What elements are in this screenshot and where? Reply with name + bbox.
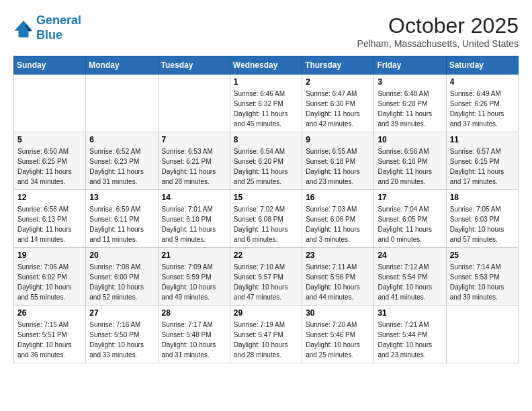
day-info: Sunrise: 7:20 AMSunset: 5:46 PMDaylight:… xyxy=(306,320,370,360)
week-row-5: 26Sunrise: 7:15 AMSunset: 5:51 PMDayligh… xyxy=(14,306,519,363)
day-number: 8 xyxy=(234,135,298,144)
day-info: Sunrise: 7:04 AMSunset: 6:05 PMDaylight:… xyxy=(378,204,442,244)
day-info: Sunrise: 7:11 AMSunset: 5:56 PMDaylight:… xyxy=(306,262,370,302)
day-info: Sunrise: 7:06 AMSunset: 6:02 PMDaylight:… xyxy=(17,262,82,302)
day-number: 25 xyxy=(450,250,515,260)
day-number: 13 xyxy=(89,193,154,202)
day-info: Sunrise: 7:10 AMSunset: 5:57 PMDaylight:… xyxy=(234,262,298,302)
week-row-4: 19Sunrise: 7:06 AMSunset: 6:02 PMDayligh… xyxy=(14,248,519,306)
calendar-cell xyxy=(86,75,158,132)
calendar-cell: 10Sunrise: 6:56 AMSunset: 6:16 PMDayligh… xyxy=(374,132,446,190)
day-info: Sunrise: 6:52 AMSunset: 6:23 PMDaylight:… xyxy=(89,146,154,187)
day-number: 10 xyxy=(378,135,442,144)
calendar-cell: 31Sunrise: 7:21 AMSunset: 5:44 PMDayligh… xyxy=(374,306,446,363)
day-info: Sunrise: 7:15 AMSunset: 5:51 PMDaylight:… xyxy=(17,320,82,360)
day-info: Sunrise: 7:03 AMSunset: 6:06 PMDaylight:… xyxy=(306,204,370,244)
weekday-header-row: SundayMondayTuesdayWednesdayThursdayFrid… xyxy=(14,56,519,75)
logo-text: General Blue xyxy=(36,13,81,42)
calendar-cell: 3Sunrise: 6:48 AMSunset: 6:28 PMDaylight… xyxy=(374,75,446,132)
calendar-header: SundayMondayTuesdayWednesdayThursdayFrid… xyxy=(14,56,519,75)
calendar-cell xyxy=(446,306,518,363)
day-number: 2 xyxy=(306,77,370,87)
week-row-2: 5Sunrise: 6:50 AMSunset: 6:25 PMDaylight… xyxy=(14,132,519,190)
week-row-3: 12Sunrise: 6:58 AMSunset: 6:13 PMDayligh… xyxy=(14,190,519,248)
calendar-cell xyxy=(158,75,230,132)
calendar-table: SundayMondayTuesdayWednesdayThursdayFrid… xyxy=(13,56,519,363)
day-info: Sunrise: 6:47 AMSunset: 6:30 PMDaylight:… xyxy=(306,89,370,129)
day-number: 29 xyxy=(234,308,298,318)
calendar-cell: 28Sunrise: 7:17 AMSunset: 5:48 PMDayligh… xyxy=(158,306,230,363)
day-number: 20 xyxy=(89,250,154,260)
day-number: 18 xyxy=(450,193,515,202)
week-row-1: 1Sunrise: 6:46 AMSunset: 6:32 PMDaylight… xyxy=(14,75,519,132)
calendar-cell xyxy=(14,75,86,132)
day-info: Sunrise: 7:14 AMSunset: 5:53 PMDaylight:… xyxy=(450,262,515,302)
calendar-cell: 21Sunrise: 7:09 AMSunset: 5:59 PMDayligh… xyxy=(158,248,230,306)
day-info: Sunrise: 6:46 AMSunset: 6:32 PMDaylight:… xyxy=(234,89,298,129)
day-info: Sunrise: 6:49 AMSunset: 6:26 PMDaylight:… xyxy=(450,89,515,129)
logo: General Blue xyxy=(13,13,81,42)
day-number: 7 xyxy=(162,135,226,144)
weekday-header-thursday: Thursday xyxy=(302,56,374,75)
logo-general: General xyxy=(36,13,81,27)
day-number: 14 xyxy=(162,193,226,202)
calendar-cell: 29Sunrise: 7:19 AMSunset: 5:47 PMDayligh… xyxy=(230,306,302,363)
calendar-cell: 25Sunrise: 7:14 AMSunset: 5:53 PMDayligh… xyxy=(446,248,518,306)
page-header: General Blue October 2025 Pelham, Massac… xyxy=(13,13,519,49)
calendar-cell: 1Sunrise: 6:46 AMSunset: 6:32 PMDaylight… xyxy=(230,75,302,132)
calendar-cell: 27Sunrise: 7:16 AMSunset: 5:50 PMDayligh… xyxy=(86,306,158,363)
calendar-cell: 26Sunrise: 7:15 AMSunset: 5:51 PMDayligh… xyxy=(14,306,86,363)
calendar-cell: 11Sunrise: 6:57 AMSunset: 6:15 PMDayligh… xyxy=(446,132,518,190)
day-number: 22 xyxy=(234,250,298,260)
calendar-cell: 18Sunrise: 7:05 AMSunset: 6:03 PMDayligh… xyxy=(446,190,518,248)
weekday-header-tuesday: Tuesday xyxy=(158,56,230,75)
calendar-cell: 6Sunrise: 6:52 AMSunset: 6:23 PMDaylight… xyxy=(86,132,158,190)
calendar-cell: 12Sunrise: 6:58 AMSunset: 6:13 PMDayligh… xyxy=(14,190,86,248)
logo-icon xyxy=(13,18,34,38)
weekday-header-monday: Monday xyxy=(86,56,158,75)
calendar-cell: 19Sunrise: 7:06 AMSunset: 6:02 PMDayligh… xyxy=(14,248,86,306)
day-info: Sunrise: 6:57 AMSunset: 6:15 PMDaylight:… xyxy=(450,146,515,187)
day-info: Sunrise: 7:21 AMSunset: 5:44 PMDaylight:… xyxy=(378,320,442,360)
day-info: Sunrise: 7:12 AMSunset: 5:54 PMDaylight:… xyxy=(378,262,442,302)
day-number: 17 xyxy=(378,193,442,202)
day-number: 19 xyxy=(17,250,82,260)
day-info: Sunrise: 6:56 AMSunset: 6:16 PMDaylight:… xyxy=(378,146,442,187)
calendar-cell: 14Sunrise: 7:01 AMSunset: 6:10 PMDayligh… xyxy=(158,190,230,248)
day-info: Sunrise: 7:02 AMSunset: 6:08 PMDaylight:… xyxy=(234,204,298,244)
day-number: 4 xyxy=(450,77,515,87)
weekday-header-wednesday: Wednesday xyxy=(230,56,302,75)
day-info: Sunrise: 7:01 AMSunset: 6:10 PMDaylight:… xyxy=(162,204,226,244)
day-info: Sunrise: 7:17 AMSunset: 5:48 PMDaylight:… xyxy=(162,320,226,360)
calendar-cell: 8Sunrise: 6:54 AMSunset: 6:20 PMDaylight… xyxy=(230,132,302,190)
calendar-cell: 22Sunrise: 7:10 AMSunset: 5:57 PMDayligh… xyxy=(230,248,302,306)
day-number: 24 xyxy=(378,250,442,260)
calendar-cell: 5Sunrise: 6:50 AMSunset: 6:25 PMDaylight… xyxy=(14,132,86,190)
calendar-cell: 2Sunrise: 6:47 AMSunset: 6:30 PMDaylight… xyxy=(302,75,374,132)
day-number: 26 xyxy=(17,308,82,318)
day-info: Sunrise: 6:50 AMSunset: 6:25 PMDaylight:… xyxy=(17,146,82,187)
calendar-cell: 9Sunrise: 6:55 AMSunset: 6:18 PMDaylight… xyxy=(302,132,374,190)
calendar-cell: 17Sunrise: 7:04 AMSunset: 6:05 PMDayligh… xyxy=(374,190,446,248)
calendar-cell: 30Sunrise: 7:20 AMSunset: 5:46 PMDayligh… xyxy=(302,306,374,363)
day-info: Sunrise: 6:58 AMSunset: 6:13 PMDaylight:… xyxy=(17,204,82,244)
day-number: 3 xyxy=(378,77,442,87)
day-number: 21 xyxy=(162,250,226,260)
title-block: October 2025 Pelham, Massachusetts, Unit… xyxy=(357,13,519,49)
day-info: Sunrise: 6:55 AMSunset: 6:18 PMDaylight:… xyxy=(306,146,370,187)
calendar-cell: 16Sunrise: 7:03 AMSunset: 6:06 PMDayligh… xyxy=(302,190,374,248)
day-number: 9 xyxy=(306,135,370,144)
calendar-cell: 4Sunrise: 6:49 AMSunset: 6:26 PMDaylight… xyxy=(446,75,518,132)
day-number: 1 xyxy=(234,77,298,87)
day-info: Sunrise: 6:48 AMSunset: 6:28 PMDaylight:… xyxy=(378,89,442,129)
month-title: October 2025 xyxy=(357,13,519,38)
day-number: 28 xyxy=(162,308,226,318)
day-number: 11 xyxy=(450,135,515,144)
day-info: Sunrise: 7:08 AMSunset: 6:00 PMDaylight:… xyxy=(89,262,154,302)
logo-blue: Blue xyxy=(36,28,62,42)
day-info: Sunrise: 7:09 AMSunset: 5:59 PMDaylight:… xyxy=(162,262,226,302)
day-number: 5 xyxy=(17,135,82,144)
day-info: Sunrise: 7:16 AMSunset: 5:50 PMDaylight:… xyxy=(89,320,154,360)
calendar-cell: 20Sunrise: 7:08 AMSunset: 6:00 PMDayligh… xyxy=(86,248,158,306)
location-title: Pelham, Massachusetts, United States xyxy=(357,38,519,49)
